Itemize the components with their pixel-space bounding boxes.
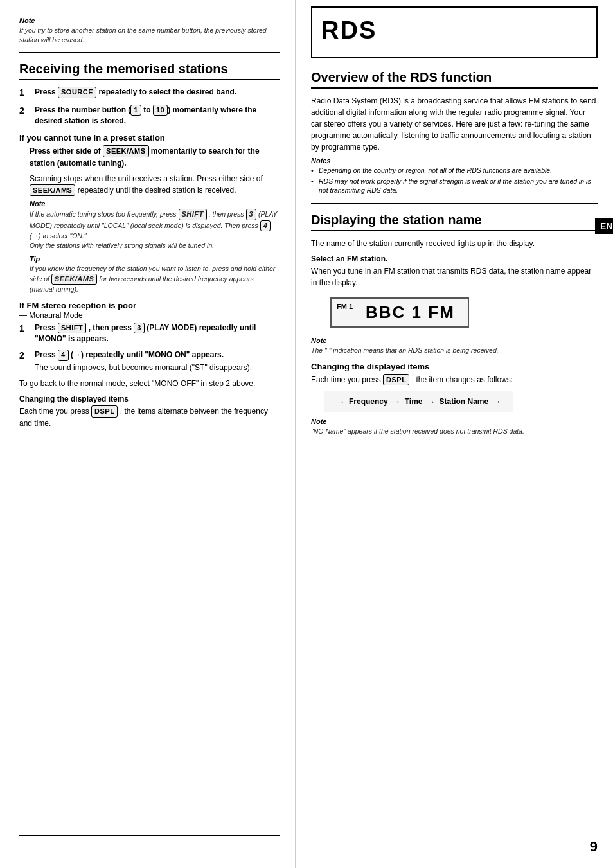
section3-right-note-text: "NO Name" appears if the station receive… [311,427,598,436]
overview-notes-list: Depending on the country or region, not … [311,166,598,195]
top-note-block: Note If you try to store another station… [19,17,280,44]
flow-item-3: Station Name [439,397,488,406]
section2-step-2: 2 Press 4 (→) repeatedly until "MONO ON"… [19,350,280,373]
station-name-intro: The name of the station currently receiv… [311,238,598,249]
step-1-content: Press SOURCE repeatedly to select the de… [35,87,280,98]
overview-notes-title: Notes [311,157,598,164]
fm-label: FM 1 [337,303,353,310]
note-item-1: Depending on the country or region, not … [311,166,598,175]
dspl-btn-right: DSPL [383,374,409,386]
bottom-line-1 [19,829,280,829]
step-2: 2 Press the number button (1 to 10) mome… [19,105,280,127]
top-note-text: If you try to store another station on t… [19,26,280,44]
note-item-2: RDS may not work properly if the signal … [311,177,598,195]
section3-right-title: Changing the displayed items [311,362,598,371]
section2-steps: 1 Press SHIFT , then press 3 (PLAY MODE)… [19,323,280,373]
section2-step-1-num: 1 [19,323,30,335]
overview-notes: Notes Depending on the country or region… [311,157,598,195]
btn-3: 3 [246,209,257,220]
flow-arrow-end: → [492,396,501,407]
section3-right-note-title: Note [311,418,598,425]
section2-step-2-num: 2 [19,350,30,362]
top-note-title: Note [19,17,280,24]
btn-1: 1 [130,105,141,116]
step-2-num: 2 [19,105,30,118]
flow-arrow-start: → [336,396,345,407]
flow-item-1: Frequency [349,397,388,406]
en-badge: EN [595,218,613,234]
subsection1-body: Press either side of SEEK/AMS momentaril… [30,145,280,294]
step-1-num: 1 [19,87,30,100]
section2-title: If FM stereo reception is poor — Monaura… [19,301,280,320]
overview-title: Overview of the RDS function [311,69,598,89]
rds-title: RDS [321,18,587,42]
station-name-note: Note The " " indication means that an RD… [311,337,598,355]
subsection1-para2: Scanning stops when the unit receives a … [30,173,280,197]
section2-return-text: To go back to the normal mode, select "M… [19,378,280,389]
subsection1-note-title: Note [30,200,280,208]
seek-ams-btn-3: SEEK/AMS [51,274,97,285]
flow-arrow-2: → [426,396,435,407]
subsection1-tip: Tip If you know the frequency of the sta… [30,255,280,294]
select-fm-title: Select an FM station. [311,254,598,263]
section2-step-2-subtext: The sound improves, but becomes monaural… [35,362,280,373]
fm-display: FM 1 BBC 1 FM [330,297,469,328]
section2-step-1-content: Press SHIFT , then press 3 (PLAY MODE) r… [35,323,280,344]
source-btn: SOURCE [58,87,96,98]
section1-steps: 1 Press SOURCE repeatedly to select the … [19,87,280,127]
section3-right-note: Note "NO Name" appears if the station re… [311,418,598,436]
section3-left-title: Changing the displayed items [19,394,280,403]
section2-step-2-content: Press 4 (→) repeatedly until "MONO ON" a… [35,350,280,373]
flow-arrow-1: → [392,396,401,407]
station-name-note-title: Note [311,337,598,344]
subsection1-para1: Press either side of SEEK/AMS momentaril… [30,145,280,169]
subsection1-note-text: If the automatic tuning stops too freque… [30,209,280,250]
section1-title: Receiving the memorised stations [19,61,280,80]
overview-text: Radio Data System (RDS) is a broadcastin… [311,95,598,153]
subsection1-title: If you cannot tune in a preset station [19,133,280,143]
btn-4-b: 4 [58,350,69,360]
rds-header-box: RDS [311,6,598,58]
shift-btn-2: SHIFT [58,323,86,333]
subsection1-note: Note If the automatic tuning stops too f… [30,200,280,250]
tip-title: Tip [30,255,280,263]
flow-diagram: → Frequency → Time → Station Name → [324,391,513,412]
section2-subtitle: — Monaural Mode [19,311,83,320]
dspl-btn-left: DSPL [91,405,118,418]
divider-1 [19,52,280,53]
seek-ams-btn-1: SEEK/AMS [103,145,148,157]
page-container: Note If you try to store another station… [0,0,613,868]
step-1: 1 Press SOURCE repeatedly to select the … [19,87,280,100]
bottom-line-2 [19,835,280,836]
select-fm-text: When you tune in an FM station that tran… [311,265,598,288]
shift-btn-1: SHIFT [179,209,207,220]
divider-right-1 [311,203,598,204]
station-name-note-text: The " " indication means that an RDS sta… [311,346,598,355]
left-column: Note If you try to store another station… [0,0,296,868]
right-column: RDS Overview of the RDS function Radio D… [296,0,613,868]
section3-right-text: Each time you press DSPL , the item chan… [311,374,598,386]
page-number: 9 [590,838,598,855]
station-display-name: BBC 1 FM [366,303,455,323]
tip-text: If you know the frequency of the station… [30,264,280,294]
seek-ams-btn-2: SEEK/AMS [30,184,75,197]
flow-item-2: Time [405,397,423,406]
btn-3-b: 3 [134,323,145,333]
section3-left-text: Each time you press DSPL , the items alt… [19,405,280,429]
step-2-content: Press the number button (1 to 10) moment… [35,105,280,127]
section2-step-1: 1 Press SHIFT , then press 3 (PLAY MODE)… [19,323,280,344]
btn-10: 10 [153,105,168,116]
station-name-title: Displaying the station name [311,212,598,231]
btn-4: 4 [260,220,271,231]
